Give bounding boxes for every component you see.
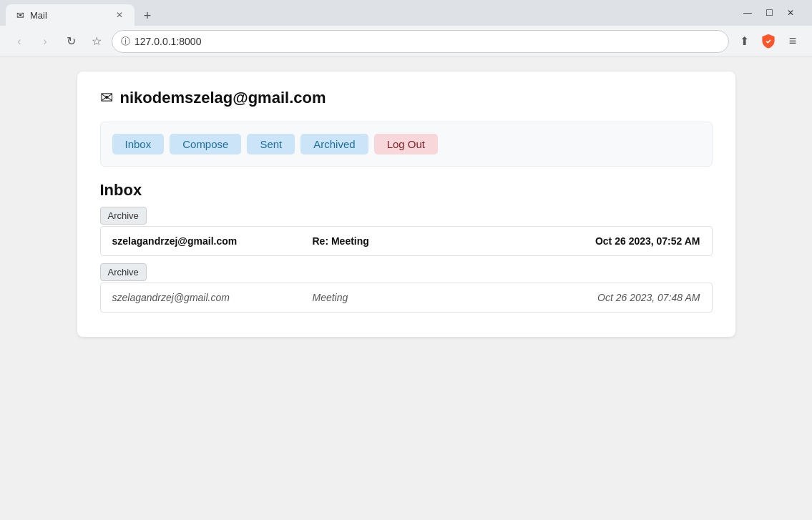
minimize-button[interactable]: — — [738, 5, 758, 21]
bookmark-button[interactable]: ☆ — [86, 31, 107, 52]
reload-icon: ↻ — [67, 34, 76, 48]
tab-favicon-icon: ✉ — [14, 9, 26, 21]
navigation-bar: ‹ › ↻ ☆ ⓘ ⬆ ≡ — [0, 26, 812, 57]
archive-button-2[interactable]: Archive — [100, 263, 147, 281]
email-group-1: Archive szelagandrzej@gmail.com Re: Meet… — [100, 207, 713, 256]
reload-button[interactable]: ↻ — [60, 31, 82, 52]
active-tab[interactable]: ✉ Mail ✕ — [6, 4, 134, 26]
menu-icon: ≡ — [789, 34, 797, 49]
close-button[interactable]: ✕ — [781, 5, 801, 21]
inbox-title: Inbox — [100, 181, 713, 200]
share-button[interactable]: ⬆ — [733, 31, 755, 52]
forward-icon: › — [43, 35, 47, 48]
archived-button[interactable]: Archived — [300, 134, 368, 154]
email-sender-2: szelagandrzej@gmail.com — [112, 292, 313, 303]
browser-menu-button[interactable]: ≡ — [782, 31, 803, 52]
back-button[interactable]: ‹ — [9, 31, 30, 52]
address-input[interactable] — [134, 36, 720, 47]
email-subject-2: Meeting — [313, 292, 543, 303]
email-date-1: Oct 26 2023, 07:52 AM — [543, 235, 700, 247]
bookmark-icon: ☆ — [92, 34, 102, 48]
email-row-1[interactable]: szelagandrzej@gmail.com Re: Meeting Oct … — [100, 226, 713, 256]
email-date-2: Oct 26 2023, 07:48 AM — [543, 292, 700, 303]
forward-button[interactable]: › — [34, 31, 56, 52]
address-bar-container[interactable]: ⓘ — [112, 30, 729, 53]
inbox-button[interactable]: Inbox — [112, 134, 165, 154]
email-row-2[interactable]: szelagandrzej@gmail.com Meeting Oct 26 2… — [100, 283, 713, 313]
archive-button-1[interactable]: Archive — [100, 207, 147, 225]
mail-card: ✉ nikodemszelag@gmail.com Inbox Compose … — [77, 72, 735, 337]
sent-button[interactable]: Sent — [247, 134, 295, 154]
email-sender-1: szelagandrzej@gmail.com — [112, 235, 313, 247]
email-group-2: Archive szelagandrzej@gmail.com Meeting … — [100, 263, 713, 313]
mail-envelope-icon: ✉ — [100, 89, 113, 107]
title-bar: ✉ Mail ✕ + — ☐ ✕ — [0, 0, 812, 26]
email-subject-1: Re: Meeting — [313, 235, 543, 247]
tab-title: Mail — [30, 10, 109, 21]
nav-actions: ⬆ ≡ — [733, 31, 803, 52]
tab-close-button[interactable]: ✕ — [113, 9, 126, 21]
page-content: ✉ nikodemszelag@gmail.com Inbox Compose … — [0, 57, 812, 520]
compose-button[interactable]: Compose — [170, 134, 241, 154]
browser-window: ✉ Mail ✕ + — ☐ ✕ ‹ › ↻ ☆ ⓘ — [0, 0, 812, 520]
share-icon: ⬆ — [740, 34, 749, 48]
maximize-button[interactable]: ☐ — [759, 5, 779, 21]
back-icon: ‹ — [17, 35, 21, 48]
logout-button[interactable]: Log Out — [374, 134, 438, 154]
window-controls: — ☐ ✕ — [738, 5, 801, 21]
new-tab-button[interactable]: + — [137, 6, 157, 26]
mail-header: ✉ nikodemszelag@gmail.com — [100, 89, 713, 107]
user-email: nikodemszelag@gmail.com — [120, 89, 326, 107]
secure-icon: ⓘ — [121, 35, 130, 48]
brave-shield-icon[interactable] — [758, 31, 779, 52]
nav-pills-container: Inbox Compose Sent Archived Log Out — [100, 122, 713, 167]
